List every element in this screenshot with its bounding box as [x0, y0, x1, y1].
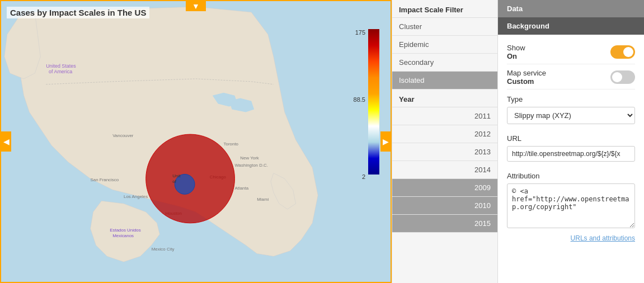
legend-max: 175 — [355, 29, 365, 36]
map-service-label-group: Map service Custom — [507, 69, 546, 86]
divider-2 — [507, 89, 635, 89]
arrow-left-button[interactable]: ◀ — [1, 131, 11, 152]
map-title: Cases by Impact Scales in The US — [7, 7, 149, 18]
svg-text:San Francisco: San Francisco — [91, 177, 119, 182]
svg-text:Washington D.C.: Washington D.C. — [234, 163, 268, 168]
filter-epidemic[interactable]: Epidemic — [392, 36, 497, 54]
svg-text:Toronto: Toronto — [224, 142, 239, 147]
year-2012[interactable]: 2012 — [392, 125, 497, 143]
legend-gradient — [368, 29, 379, 174]
show-on-row: Show On — [507, 44, 635, 60]
svg-text:United States: United States — [46, 63, 76, 69]
svg-text:Miami: Miami — [257, 197, 269, 202]
url-label: URL — [507, 134, 635, 143]
show-label: Show On — [507, 44, 525, 60]
svg-text:of America: of America — [49, 69, 72, 74]
urls-attributions-link[interactable]: URLs and attributions — [507, 234, 635, 242]
svg-text:Estados Unidos: Estados Unidos — [110, 228, 141, 233]
arrow-right-button[interactable]: ▶ — [380, 131, 391, 152]
divider-1 — [507, 64, 635, 64]
svg-text:Unit: Unit — [172, 173, 181, 178]
legend-min: 2 — [362, 173, 365, 180]
tab-data[interactable]: Data — [498, 0, 644, 17]
svg-text:Vancouver: Vancouver — [112, 133, 134, 138]
filter-header: Impact Scale Filter — [392, 0, 497, 18]
url-input[interactable] — [507, 146, 635, 162]
svg-text:New York: New York — [240, 155, 259, 161]
map-service-toggle[interactable] — [610, 70, 635, 84]
color-legend: 175 88.5 2 — [368, 29, 379, 197]
svg-text:Los Angeles: Los Angeles — [124, 194, 148, 199]
year-header: Year — [392, 89, 497, 107]
svg-text:of: of — [172, 179, 176, 184]
filter-cluster[interactable]: Cluster — [392, 18, 497, 36]
map-service-row: Map service Custom — [507, 69, 635, 86]
year-2009[interactable]: 2009 — [392, 179, 497, 197]
show-on-toggle[interactable] — [610, 45, 635, 59]
settings-content: Show On Map service Custom Type Slipp — [498, 35, 644, 283]
map-svg: United States of America Vancouver San F… — [1, 1, 391, 282]
attribution-textarea[interactable]: © <a href="http://www.openstreetmap.org/… — [507, 183, 635, 228]
year-2015[interactable]: 2015 — [392, 215, 497, 233]
year-2014[interactable]: 2014 — [392, 161, 497, 179]
tab-background[interactable]: Background — [498, 17, 644, 35]
svg-text:Mexico City: Mexico City — [152, 247, 175, 252]
legend-mid: 88.5 — [354, 96, 365, 103]
year-2011[interactable]: 2011 — [392, 107, 497, 125]
map-container: Cases by Impact Scales in The US ▼ ◀ ▶ U… — [0, 0, 392, 283]
svg-text:Atlanta: Atlanta — [234, 186, 248, 191]
year-2010[interactable]: 2010 — [392, 197, 497, 215]
attribution-label: Attribution — [507, 172, 635, 180]
filter-secondary[interactable]: Secondary — [392, 54, 497, 72]
year-2013[interactable]: 2013 — [392, 143, 497, 161]
svg-text:Mexicanos: Mexicanos — [112, 233, 134, 238]
type-label: Type — [507, 95, 635, 103]
filter-isolated[interactable]: Isolated — [392, 72, 497, 89]
arrow-top-button[interactable]: ▼ — [186, 1, 206, 11]
filter-panel: Impact Scale Filter Cluster Epidemic Sec… — [392, 0, 498, 283]
type-select[interactable]: Slippy map (XYZ) WMS ArcGIS REST — [507, 107, 635, 124]
settings-panel: Data Background Show On Map service Cust… — [498, 0, 644, 283]
